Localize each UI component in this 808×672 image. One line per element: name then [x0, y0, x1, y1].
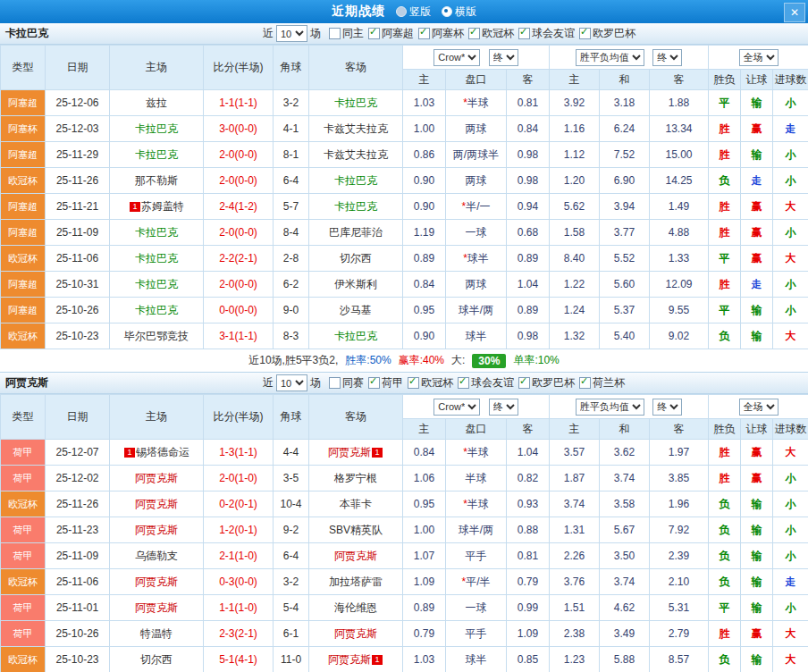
goals-result-cell: 小: [773, 220, 808, 246]
odds-cell: 1.09: [403, 569, 446, 595]
filter-checkbox-球会友谊[interactable]: 球会友谊: [458, 375, 514, 391]
filter-checkbox-同主[interactable]: 同主: [329, 26, 364, 41]
close-button[interactable]: ✕: [784, 3, 805, 22]
odds-cell: 5.40: [600, 323, 650, 349]
asian-handicap-cell: 两球: [446, 116, 507, 142]
odds-cell: 3.85: [650, 466, 709, 491]
odds-cell: 3.74: [600, 466, 650, 491]
filter-checkbox-荷甲[interactable]: 荷甲: [368, 375, 403, 391]
asian-handicap-cell: 两球: [446, 168, 507, 194]
euro-time-select[interactable]: 终: [652, 399, 682, 416]
euro-type-select[interactable]: 胜平负均值: [576, 399, 644, 416]
result-cell: 胜: [709, 621, 741, 647]
corner-cell: 8-1: [274, 142, 309, 168]
col-header-away: 客场: [309, 395, 403, 440]
odds-cell: 3.18: [600, 90, 650, 116]
date-cell: 25-11-09: [46, 220, 110, 246]
col-header-handicap-result: 让球: [741, 70, 773, 90]
odds-cell: 2.79: [650, 621, 709, 647]
odds-cell: 0.79: [507, 569, 550, 595]
away-team-cell: 沙马基: [309, 298, 403, 323]
scope-select[interactable]: 全场: [739, 399, 779, 416]
score-cell: 1-2(0-1): [204, 517, 274, 543]
bookmaker-select[interactable]: Crow*: [433, 399, 480, 416]
layout-radio-horizontal[interactable]: 横版: [442, 4, 476, 20]
goals-result-cell: 大: [773, 246, 808, 272]
match-count-select[interactable]: 10: [276, 374, 307, 391]
corner-cell: 3-2: [274, 569, 309, 595]
checkbox-checked-icon: [408, 377, 419, 389]
scope-controls: 全场: [709, 395, 808, 419]
handicap-result-cell: 输: [741, 298, 773, 323]
date-cell: 25-12-02: [46, 466, 110, 491]
filter-checkbox-欧罗巴杯[interactable]: 欧罗巴杯: [518, 375, 575, 391]
odds-cell: 4.88: [650, 220, 709, 246]
filter-checkbox-label: 欧罗巴杯: [532, 375, 575, 391]
corner-cell: 9-2: [274, 517, 309, 543]
filter-checkbox-欧冠杯[interactable]: 欧冠杯: [408, 375, 453, 391]
handicap-result-cell: 赢: [741, 246, 773, 272]
match-count-select[interactable]: 10: [276, 25, 307, 42]
col-header-date: 日期: [46, 46, 110, 90]
away-team-cell: 巴库尼菲治: [309, 220, 403, 246]
bookmaker-select[interactable]: Crow*: [433, 49, 480, 66]
goals-result-cell: 小: [773, 298, 808, 323]
league-cell: 荷甲: [1, 621, 46, 647]
result-cell: 负: [709, 491, 741, 517]
filter-checkbox-欧罗巴杯[interactable]: 欧罗巴杯: [579, 26, 635, 41]
date-cell: 25-11-29: [46, 142, 110, 168]
result-cell: 胜: [709, 272, 741, 298]
date-cell: 25-11-01: [46, 595, 110, 621]
result-cell: 胜: [709, 194, 741, 220]
goals-result-cell: 大: [773, 194, 808, 220]
league-cell: 阿塞超: [1, 142, 46, 168]
odds-cell: 3.76: [550, 569, 600, 595]
corner-cell: 5-4: [274, 595, 309, 621]
summary-big-badge: 30%: [472, 354, 506, 368]
matches-table-karabakh: 类型 日期 主场 比分(半场) 角球 客场 Crow* 终 胜平负均值 终 全场: [0, 45, 808, 349]
euro-type-select[interactable]: 胜平负均值: [576, 49, 644, 66]
filter-checkbox-欧冠杯[interactable]: 欧冠杯: [468, 26, 514, 41]
asian-time-select[interactable]: 终: [489, 49, 518, 66]
odds-cell: 0.89: [507, 246, 550, 272]
odds-cell: 1.20: [550, 168, 600, 194]
match-row: 欧冠杯25-10-23切尔西5-1(4-1)11-0阿贾克斯11.03球半0.8…: [1, 647, 808, 672]
odds-cell: 14.25: [650, 168, 709, 194]
filter-checkbox-同赛[interactable]: 同赛: [329, 375, 364, 391]
result-cell: 胜: [709, 466, 741, 491]
odds-cell: 1.23: [550, 647, 600, 672]
handicap-result-cell: 赢: [741, 440, 773, 466]
handicap-result-cell: 输: [741, 647, 773, 672]
asian-time-select[interactable]: 终: [489, 399, 518, 416]
home-team-cell: 1苏姆盖特: [110, 194, 204, 220]
filter-checkbox-阿塞超[interactable]: 阿塞超: [368, 26, 414, 41]
goals-result-cell: 小: [773, 466, 808, 491]
odds-cell: 1.04: [507, 440, 550, 466]
euro-time-select[interactable]: 终: [652, 49, 682, 66]
match-row: 阿塞杯25-12-03卡拉巴克3-0(0-0)4-1卡兹艾夫拉克1.00两球0.…: [1, 116, 808, 142]
odds-cell: 1.32: [550, 323, 600, 349]
date-cell: 25-11-06: [46, 569, 110, 595]
filter-checkbox-阿塞杯[interactable]: 阿塞杯: [418, 26, 464, 41]
odds-cell: 0.84: [403, 440, 446, 466]
filter-checkbox-球会友谊[interactable]: 球会友谊: [518, 26, 575, 41]
filter-checkbox-label: 荷兰杯: [593, 375, 625, 391]
scope-select[interactable]: 全场: [739, 49, 779, 66]
odds-cell: 1.07: [403, 543, 446, 569]
odds-cell: 1.31: [550, 517, 600, 543]
away-team-cell: 格罗宁根: [309, 466, 403, 491]
odds-cell: 3.92: [550, 90, 600, 116]
score-cell: 1-1(1-0): [204, 595, 274, 621]
goals-result-cell: 大: [773, 647, 808, 672]
layout-radio-vertical[interactable]: 竖版: [396, 4, 431, 20]
odds-cell: 3.49: [600, 621, 650, 647]
filter-checkbox-荷兰杯[interactable]: 荷兰杯: [579, 375, 625, 391]
away-team-cell: 伊米斯利: [309, 272, 403, 298]
title-bar: 近期战绩 竖版 横版 ✕: [0, 0, 808, 23]
match-row: 荷甲25-10-26特温特2-3(2-1)6-1阿贾克斯0.79平手1.092.…: [1, 621, 808, 647]
odds-cell: 0.86: [403, 142, 446, 168]
col-header-handicap-result: 让球: [741, 419, 773, 440]
result-cell: 平: [709, 298, 741, 323]
result-cell: 负: [709, 168, 741, 194]
score-cell: 2-2(2-1): [204, 246, 274, 272]
